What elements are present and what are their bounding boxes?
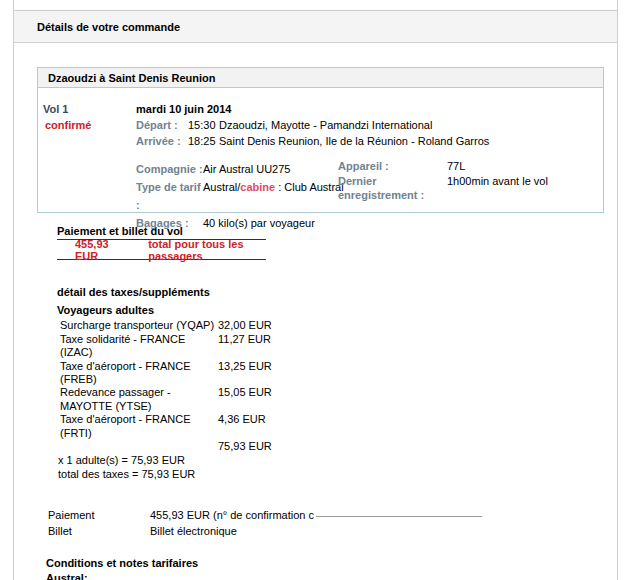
flight-box: Dzaoudzi à Saint Denis Reunion Vol 1 mar… [37,67,604,213]
paiement-label: Paiement [48,508,150,524]
flight-number-label: Vol 1 [41,101,136,117]
taxes-section-title: détail des taxes/suppléments [57,285,617,299]
enregistrement-label: Dernier enregistrement : [338,174,447,203]
adults-title: Voyageurs adultes [57,304,617,317]
billet-value: Billet électronique [150,524,237,540]
depart-label: Départ : [136,117,188,133]
compagnie-value: Air Austral UU275 [203,160,290,178]
aircraft-info-block: Appareil : 77L Dernier enregistrement : … [338,159,603,203]
flight-row-date: Vol 1 mardi 10 juin 2014 [41,101,603,117]
tax-row: Taxe solidarité - FRANCE (IZAC) 11,27 EU… [60,333,617,360]
tax-row: Taxe d'aéroport - FRANCE (FRTI) 4,36 EUR [60,413,617,440]
total-amount: 455,93 EUR [75,238,121,262]
arrivee-place: Saint Denis Reunion, Ile de la Réunion -… [219,133,489,149]
top-spacer [14,0,617,10]
billet-label: Billet [48,524,150,540]
order-details-page: Détails de votre commande Dzaoudzi à Sai… [0,0,629,580]
enregistrement-value: 1h00min avant le vol [447,174,548,203]
tarif-value: Austral/cabine : Club Austral [203,178,344,214]
paiement-value: 455,93 EUR (n° de confirmation c [150,508,314,524]
paiement-row: Paiement 455,93 EUR (n° de confirmation … [48,508,617,524]
cabine-highlight: cabine [240,181,275,193]
tax-subtotal-row: 75,93 EUR [60,440,617,453]
flight-box-body: Vol 1 mardi 10 juin 2014 confirmé Départ… [38,88,603,212]
bagages-label: Bagages : [136,214,203,232]
conditions-title: Conditions et notes tarifaires [46,556,617,571]
tax-row: Redevance passager - MAYOTTE (YTSE) 15,0… [60,386,617,413]
page-title-bar: Détails de votre commande [14,10,617,43]
taxes-total: total des taxes = 75,93 EUR [58,468,617,481]
taxes-subtotal: 75,93 EUR [218,440,272,453]
adult-total: x 1 adulte(s) = 75,93 EUR [58,454,617,467]
status-badge: confirmé [41,117,136,133]
tarif-label: Type de tarif : [136,178,203,214]
flight-route-title: Dzaoudzi à Saint Denis Reunion [48,72,215,84]
conditions-section: Conditions et notes tarifaires Austral: … [46,556,617,580]
tax-table: Surcharge transporteur (YQAP) 32,00 EUR … [60,319,617,453]
total-note: total pour tous les passagers [148,238,266,262]
arrivee-label: Arrivée : [136,133,188,149]
payment-method-rows: Paiement 455,93 EUR (n° de confirmation … [48,508,617,539]
tax-row: Taxe d'aéroport - FRANCE (FREB) 13,25 EU… [60,360,617,387]
flight-date: mardi 10 juin 2014 [136,101,231,117]
flight-row-bagages: Bagages : 40 kilo(s) par voyageur [41,214,603,232]
flight-row-arrivee: Arrivée : 18:25 Saint Denis Reunion, Ile… [41,133,603,149]
flight-row-depart: confirmé Départ : 15:30 Dzaoudzi, Mayott… [41,117,603,133]
appareil-label: Appareil : [338,159,447,174]
page-title: Détails de votre commande [37,21,180,33]
billet-row: Billet Billet électronique [48,524,617,540]
payment-section: Paiement et billet du vol 455,93 EUR tot… [57,224,617,539]
depart-place: Dzaoudzi, Mayotte - Pamandzi Internation… [219,117,432,133]
confirmation-number-redaction-line [316,508,482,517]
depart-time: 15:30 [188,117,219,133]
bagages-value: 40 kilo(s) par voyageur [203,214,315,232]
appareil-value: 77L [447,159,465,174]
compagnie-label: Compagnie : [136,160,203,178]
flight-route-header: Dzaoudzi à Saint Denis Reunion [38,68,603,88]
austral-label: Austral: [46,571,617,580]
total-price-row: 455,93 EUR total pour tous les passagers [57,239,266,260]
main-container: Détails de votre commande Dzaoudzi à Sai… [13,0,618,580]
tax-row: Surcharge transporteur (YQAP) 32,00 EUR [60,319,617,332]
arrivee-time: 18:25 [188,133,219,149]
